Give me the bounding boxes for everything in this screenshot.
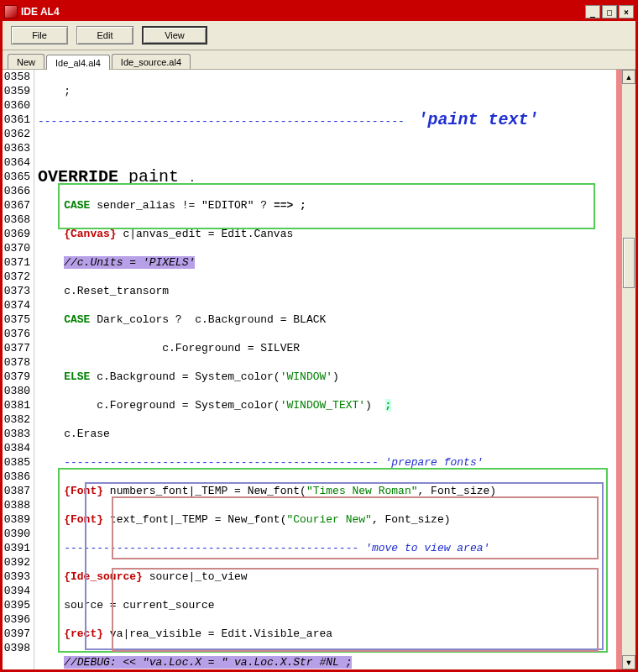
line-number: 0383 xyxy=(3,427,34,441)
line-number: 0375 xyxy=(3,312,34,327)
line-number: 0360 xyxy=(3,98,34,113)
tab-ide-al4[interactable]: Ide_al4.al4 xyxy=(46,55,110,70)
app-window: IDE AL4 _ □ × File Edit View New Ide_al4… xyxy=(0,0,638,672)
line-number: 0382 xyxy=(3,412,34,427)
maximize-button[interactable]: □ xyxy=(602,5,617,18)
editor-area: 0358035903600361036203630364036503660367… xyxy=(3,70,635,669)
line-number: 0392 xyxy=(3,555,34,570)
scroll-down-button[interactable]: ▼ xyxy=(622,655,635,669)
line-number: 0384 xyxy=(3,441,34,455)
line-number: 0379 xyxy=(3,370,34,384)
line-number: 0380 xyxy=(3,384,34,398)
tab-ide-source[interactable]: Ide_source.al4 xyxy=(112,54,191,69)
titlebar[interactable]: IDE AL4 _ □ × xyxy=(3,3,635,21)
tab-new[interactable]: New xyxy=(8,54,44,69)
line-number: 0374 xyxy=(3,298,34,312)
menu-edit[interactable]: Edit xyxy=(76,26,133,45)
line-number: 0397 xyxy=(3,627,34,641)
line-number: 0381 xyxy=(3,398,34,412)
line-number: 0370 xyxy=(3,241,34,255)
line-number: 0366 xyxy=(3,184,34,198)
line-gutter: 0358035903600361036203630364036503660367… xyxy=(3,70,34,669)
block-outline xyxy=(85,482,604,650)
scroll-up-button[interactable]: ▲ xyxy=(622,70,635,84)
line-number: 0389 xyxy=(3,512,34,527)
line-number: 0368 xyxy=(3,213,34,227)
line-number: 0386 xyxy=(3,470,34,484)
menu-view[interactable]: View xyxy=(142,26,207,45)
code-view[interactable]: ; --------------------------------------… xyxy=(34,70,635,669)
line-number: 0369 xyxy=(3,227,34,241)
line-number: 0391 xyxy=(3,541,34,555)
line-number: 0394 xyxy=(3,584,34,598)
line-number: 0361 xyxy=(3,113,34,127)
line-number: 0378 xyxy=(3,355,34,370)
line-number: 0359 xyxy=(3,84,34,98)
line-number: 0376 xyxy=(3,327,34,341)
line-number: 0358 xyxy=(3,70,34,84)
line-number: 0388 xyxy=(3,498,34,512)
line-number: 0363 xyxy=(3,141,34,155)
line-number: 0371 xyxy=(3,255,34,270)
line-number: 0362 xyxy=(3,127,34,141)
minimize-button[interactable]: _ xyxy=(585,5,600,18)
menu-file[interactable]: File xyxy=(11,26,68,45)
vertical-scrollbar[interactable]: ▲ ▼ xyxy=(621,70,635,669)
tabstrip: New Ide_al4.al4 Ide_source.al4 xyxy=(3,50,635,70)
line-number: 0364 xyxy=(3,155,34,170)
close-button[interactable]: × xyxy=(619,5,634,18)
line-number: 0385 xyxy=(3,455,34,470)
line-number: 0373 xyxy=(3,284,34,298)
line-number: 0390 xyxy=(3,527,34,541)
line-number: 0365 xyxy=(3,170,34,184)
line-number: 0367 xyxy=(3,198,34,213)
line-number: 0372 xyxy=(3,270,34,284)
line-number: 0377 xyxy=(3,341,34,355)
line-number: 0396 xyxy=(3,612,34,627)
line-number: 0387 xyxy=(3,484,34,498)
window-title: IDE AL4 xyxy=(21,6,60,18)
scroll-thumb[interactable] xyxy=(623,238,635,288)
app-icon xyxy=(4,5,18,18)
arrow-icon: ==> ; xyxy=(274,199,306,212)
menubar: File Edit View xyxy=(3,21,635,50)
line-number: 0393 xyxy=(3,570,34,584)
line-number: 0398 xyxy=(3,641,34,655)
line-number: 0395 xyxy=(3,598,34,612)
